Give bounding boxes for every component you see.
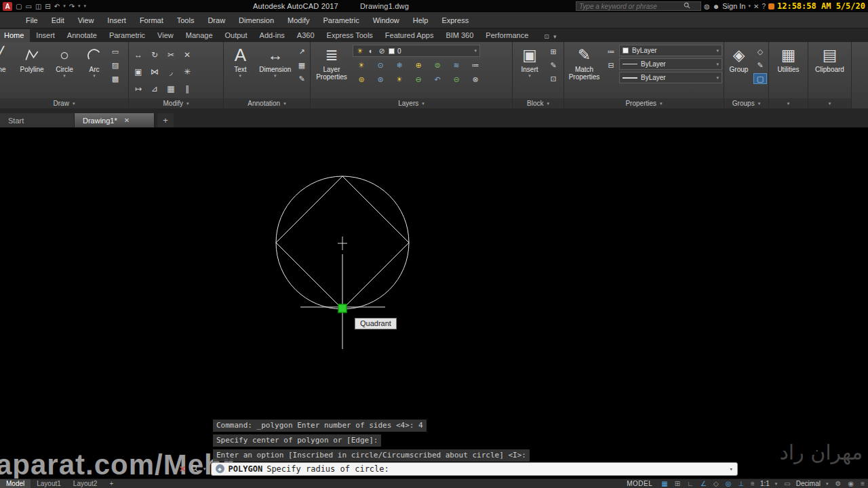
undo-icon[interactable]: ↶ (54, 3, 60, 10)
ribbon-tab-annotate[interactable]: Annotate (61, 29, 103, 42)
group-button[interactable]: ◈ Group (726, 43, 752, 98)
layer-properties-button[interactable]: ≣ Layer Properties (312, 43, 351, 98)
lineweight-display-icon[interactable]: ≡ (747, 480, 758, 487)
workspace-gear-icon[interactable]: ⚙ (831, 480, 844, 487)
grid-icon[interactable]: ▦ (658, 480, 671, 487)
insert-button[interactable]: ▣ Insert ▾ (514, 43, 545, 98)
match-properties-button[interactable]: ✎ Match Properties (566, 43, 603, 98)
layer-freeze-tool-icon[interactable]: ❄ (392, 59, 407, 71)
block-panel-expand-icon[interactable]: ▾ (547, 101, 549, 106)
units-dropdown-icon[interactable]: ▾ (823, 481, 832, 487)
properties-panel-title[interactable]: Properties▾ (564, 98, 724, 108)
explode-icon[interactable]: ✳ (184, 67, 191, 77)
menu-window[interactable]: Window (366, 12, 406, 28)
group-selection-icon[interactable]: ▢ (753, 73, 767, 84)
ribbon-tab-addins[interactable]: Add-ins (254, 29, 291, 42)
ribbon-tab-performance[interactable]: Performance (479, 29, 534, 42)
groups-panel-title[interactable]: Groups▾ (724, 98, 768, 108)
layer-walk-icon[interactable]: ≋ (449, 59, 464, 71)
utilities-button[interactable]: ▦ Utilities (770, 43, 806, 98)
ortho-icon[interactable]: ∟ (684, 480, 697, 487)
redo-icon[interactable]: ↷ (69, 3, 75, 10)
menu-view[interactable]: View (71, 12, 101, 28)
text-dropdown-icon[interactable]: ▾ (239, 73, 242, 79)
text-button[interactable]: A Text ▾ (225, 43, 256, 98)
search-icon[interactable] (684, 2, 690, 10)
ribbon-tab-manage[interactable]: Manage (180, 29, 219, 42)
create-block-icon[interactable]: ⊞ (547, 46, 560, 57)
ribbon-tab-home[interactable]: Home (0, 29, 30, 42)
layer-unisolate-icon[interactable]: ⊛ (373, 73, 388, 85)
layer-on-all-icon[interactable]: ⊚ (354, 73, 369, 85)
annotation-scale-button[interactable]: 1:1 (758, 480, 772, 487)
plot-icon[interactable]: ⊟ (45, 3, 50, 10)
ribbon-tab-featured-apps[interactable]: Featured Apps (379, 29, 440, 42)
polar-tracking-icon[interactable]: ∠ (697, 480, 710, 487)
a360-icon[interactable]: ◍ (704, 3, 710, 10)
draw-panel-expand-icon[interactable]: ▾ (73, 101, 75, 106)
ribbon-collapse-icon[interactable]: ▾ (553, 33, 557, 40)
stay-connected-icon[interactable]: ? (762, 3, 766, 10)
layout1-tab[interactable]: Layout1 (31, 479, 67, 488)
move-icon[interactable]: ↔ (134, 50, 142, 60)
model-space-button[interactable]: MODEL (621, 480, 658, 487)
command-search-dropdown-icon[interactable]: ▾ (203, 466, 206, 472)
menu-format[interactable]: Format (133, 12, 170, 28)
group-edit-icon[interactable]: ✎ (753, 60, 767, 70)
start-tab[interactable]: Start (0, 113, 75, 127)
ribbon-tab-express-tools[interactable]: Express Tools (321, 29, 379, 42)
trim-icon[interactable]: ✂ (167, 50, 174, 60)
ribbon-display-icon[interactable]: ⊡ (544, 33, 549, 40)
command-input-bar[interactable]: ◈ POLYGON Specify radius of circle: ▾ (211, 462, 738, 476)
object-color-dropdown[interactable]: ByLayer ▾ (619, 45, 722, 56)
annotation-panel-expand-icon[interactable]: ▾ (283, 101, 286, 106)
annotation-panel-title[interactable]: Annotation▾ (224, 98, 310, 108)
ribbon-tab-a360[interactable]: A360 (291, 29, 321, 42)
cancel-command-icon[interactable]: ✕ (179, 464, 186, 474)
block-panel-title[interactable]: Block▾ (513, 98, 564, 108)
properties-paint-icon[interactable]: ⊟ (604, 60, 618, 70)
arc-button[interactable]: Arc ▾ (81, 43, 107, 98)
sign-in-button[interactable]: ☻ Sign In ▾ (713, 2, 751, 10)
ribbon-tab-view[interactable]: View (151, 29, 180, 42)
menu-insert[interactable]: Insert (100, 12, 133, 28)
menu-edit[interactable]: Edit (45, 12, 71, 28)
layers-panel-title[interactable]: Layers▾ (311, 98, 512, 108)
dimension-button[interactable]: ↔ Dimension ▾ (257, 43, 294, 98)
new-drawing-tab-button[interactable]: + (157, 113, 174, 127)
layer-off-icon[interactable]: ☀ (354, 59, 369, 71)
ribbon-tab-parametric[interactable]: Parametric (103, 29, 151, 42)
properties-list-icon[interactable]: ≔ (604, 46, 618, 57)
layer-isolate-icon[interactable]: ⊙ (373, 59, 388, 71)
copy-icon[interactable]: ▣ (134, 67, 142, 77)
ribbon-tab-insert[interactable]: Insert (30, 29, 61, 42)
clipboard-panel-expand-icon[interactable]: ▾ (829, 101, 831, 106)
layer-dropdown[interactable]: ☀ ◐ ⊘ 0 ▾ (353, 45, 480, 57)
groups-panel-expand-icon[interactable]: ▾ (758, 101, 761, 106)
snap-icon[interactable]: ⊞ (671, 480, 684, 487)
recent-commands-icon[interactable] (191, 463, 199, 475)
offset-icon[interactable]: ∥ (185, 84, 189, 94)
edit-attribute-icon[interactable]: ✎ (547, 60, 560, 70)
isodraft-icon[interactable]: ◇ (710, 480, 722, 487)
object-track-icon[interactable]: ⊥ (734, 480, 747, 487)
lineweight-dropdown[interactable]: ByLayer ▾ (619, 72, 722, 83)
help-search-box[interactable] (576, 1, 701, 11)
array-icon[interactable]: ▦ (167, 84, 174, 94)
layer-merge-icon[interactable]: ⊝ (449, 73, 464, 85)
clipboard-panel-title[interactable]: ▾ (808, 98, 851, 108)
annotation-visibility-icon[interactable]: ▭ (781, 480, 793, 487)
linetype-dropdown[interactable]: ByLayer ▾ (619, 58, 722, 70)
command-line[interactable]: ✕ ▾ ◈ POLYGON Specify radius of circle: … (178, 462, 738, 476)
layer-unlock-icon[interactable]: ⊖ (411, 73, 426, 85)
save-icon[interactable]: ◫ (35, 3, 41, 10)
menu-dimension[interactable]: Dimension (232, 12, 281, 28)
app-logo[interactable]: A (3, 2, 12, 11)
exchange-apps-icon[interactable]: ✕ (753, 3, 759, 10)
modify-panel-title[interactable]: Modify▾ (129, 98, 223, 108)
insert-dropdown-icon[interactable]: ▾ (528, 73, 531, 79)
ungroup-icon[interactable]: ◇ (753, 46, 767, 57)
annotation-scale-dropdown-icon[interactable]: ▾ (772, 481, 781, 487)
menu-express[interactable]: Express (435, 12, 475, 28)
draw-panel-title[interactable]: Draw▾ (0, 98, 128, 108)
